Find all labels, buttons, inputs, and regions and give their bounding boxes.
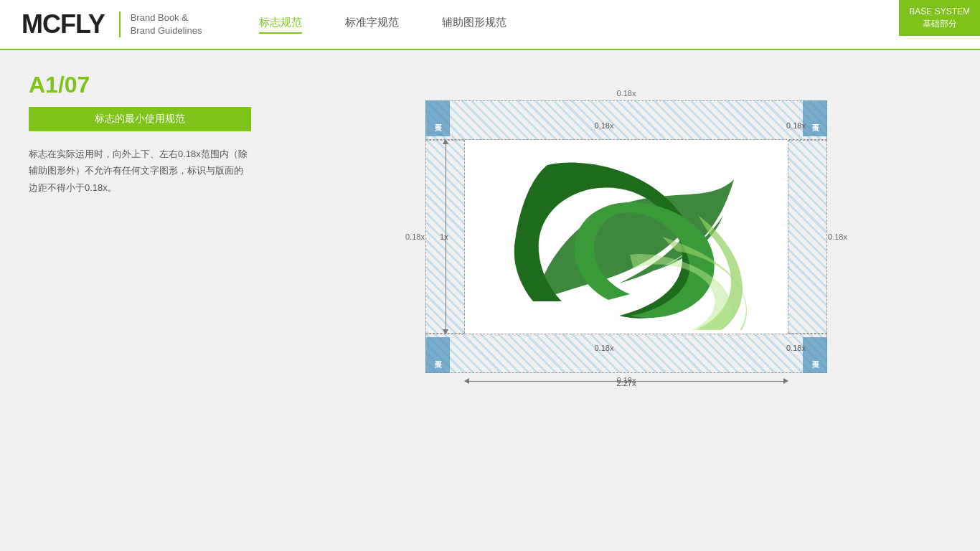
nav-item-fuzhutuxing[interactable]: 辅助图形规范 <box>442 16 507 34</box>
dim-label-top-inner-right: 0.18x <box>786 121 806 130</box>
left-panel: A1/07 标志的最小使用规范 标志在实际运用时，向外上下、左右0.18x范围内… <box>29 72 273 395</box>
dim-label-bottom-inner-right: 0.18x <box>786 344 806 352</box>
dim-label-right-outer: 0.18x <box>828 232 847 241</box>
main-nav: 标志规范 标准字规范 辅助图形规范 <box>259 16 507 34</box>
header: MCFLY Brand Book & Brand Guidelines 标志规范… <box>0 0 980 50</box>
nav-item-biaozhunzi[interactable]: 标准字规范 <box>345 16 399 34</box>
dim-label-bottom-inner-left: 0.18x <box>595 344 614 352</box>
main-content: A1/07 标志的最小使用规范 标志在实际运用时，向外上下、左右0.18x范围内… <box>0 50 980 416</box>
center-logo-area <box>465 140 788 334</box>
no-entry-top-left: 不可侵入 <box>425 100 450 136</box>
no-entry-top-right: 不可侵入 <box>803 100 827 136</box>
diagram-container: 不可侵入 不可侵入 不可侵入 不可侵入 0.18x 0.18x 0.18x 0.… <box>404 79 849 395</box>
brand-logo-svg <box>490 143 763 330</box>
no-entry-bottom-left: 不可侵入 <box>425 337 450 373</box>
logo-area: MCFLY Brand Book & Brand Guidelines <box>22 9 202 39</box>
nav-item-biaozhiguifan[interactable]: 标志规范 <box>259 16 302 34</box>
logo: MCFLY <box>22 9 105 39</box>
dim-label-top-inner-left: 0.18x <box>595 121 614 130</box>
page-number: A1/07 <box>29 72 273 98</box>
description: 标志在实际运用时，向外上下、左右0.18x范围内（除辅助图形外）不允许有任何文字… <box>29 146 251 196</box>
right-panel: 不可侵入 不可侵入 不可侵入 不可侵入 0.18x 0.18x 0.18x 0.… <box>301 72 951 395</box>
dim-label-height: 1x <box>440 232 448 241</box>
dim-label-left-outer: 0.18x <box>405 232 425 241</box>
dim-label-top-outer: 0.18x <box>617 89 636 98</box>
no-entry-bottom-right: 不可侵入 <box>803 337 827 373</box>
section-title-bar: 标志的最小使用规范 <box>29 107 251 131</box>
brand-tagline: Brand Book & Brand Guidelines <box>119 11 202 37</box>
dim-label-width: 2.27x <box>617 379 636 387</box>
base-system-badge: BASE SYSTEM 基础部分 <box>899 0 980 36</box>
